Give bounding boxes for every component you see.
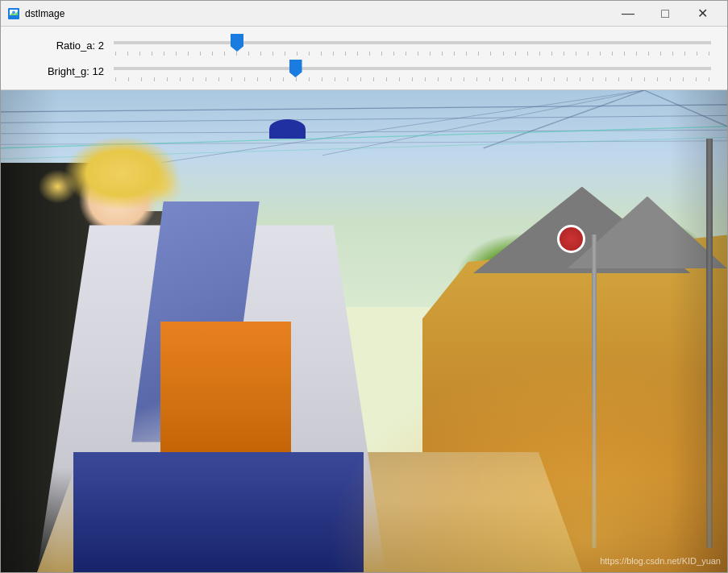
hair-bow [269,119,306,139]
close-button[interactable]: ✕ [684,1,721,27]
controls-panel: Ratio_a: 2 [1,27,727,90]
bright-slider-ticks [114,77,711,81]
ratio-slider[interactable] [114,41,711,44]
titlebar: dstImage — □ ✕ [1,1,727,27]
watermark: https://blog.csdn.net/KID_yuan [600,556,721,566]
minimize-button[interactable]: — [609,1,647,27]
ratio-slider-container [114,35,711,56]
ratio-slider-row: Ratio_a: 2 [17,35,711,56]
character-shirt [160,322,291,466]
bright-slider-track [114,60,711,77]
bright-slider-row: Bright_g: 12 [17,60,711,81]
window-title: dstImage [25,8,609,19]
window-controls: — □ ✕ [609,1,721,27]
maximize-button[interactable]: □ [647,1,684,27]
ratio-slider-track [114,35,711,51]
street-pole [592,235,597,548]
bright-label: Bright_g: 12 [17,65,114,77]
ratio-slider-ticks [114,52,711,56]
bright-slider[interactable] [114,67,711,70]
character-bottom [73,452,364,573]
app-icon [7,7,20,20]
main-window: dstImage — □ ✕ Ratio_a: 2 [0,0,728,573]
image-display: https://blog.csdn.net/KID_yuan [1,90,727,572]
bright-slider-container [114,60,711,81]
right-pole [706,139,713,548]
ratio-label: Ratio_a: 2 [17,39,114,52]
image-scene: https://blog.csdn.net/KID_yuan [1,90,727,572]
